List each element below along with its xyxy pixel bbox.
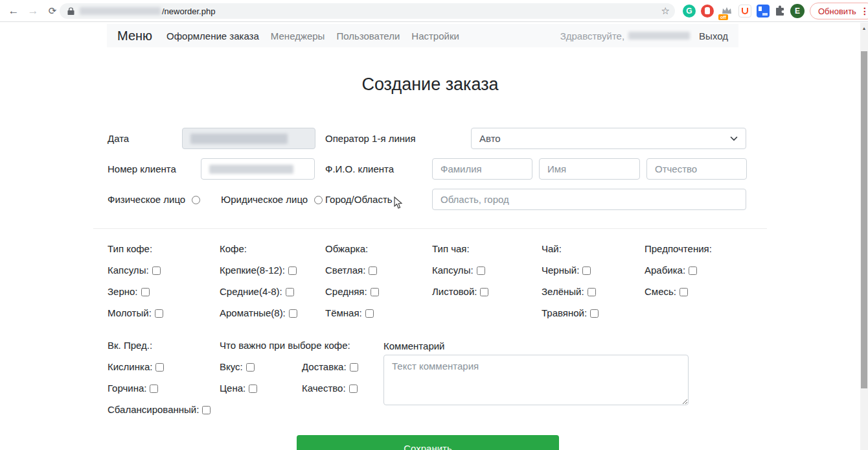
back-button[interactable]: ← (5, 0, 22, 22)
column-header: Чай: (542, 243, 599, 256)
logout-link[interactable]: Выход (699, 30, 728, 41)
preferences-column: Предпочтения: Арабика: Смесь: (645, 243, 712, 307)
kebab-menu-icon[interactable]: ⋮ (860, 6, 868, 16)
page-title: Создание заказа (0, 75, 860, 95)
chrome-update-button[interactable]: Обновить ⋮ (810, 3, 868, 19)
client-number-input[interactable] (201, 158, 315, 180)
column-header: Кофе: (220, 243, 297, 256)
arabica-checkbox[interactable] (689, 266, 697, 275)
section-divider (93, 228, 767, 229)
checkbox-item: Тёмная: (325, 307, 379, 320)
bookmark-star-icon[interactable]: ☆ (661, 3, 670, 19)
nav-item-managers[interactable]: Менеджеры (271, 30, 325, 41)
page-scrollbar[interactable]: ▲ (860, 23, 868, 450)
aromatic-coffee-checkbox[interactable] (289, 309, 297, 318)
comment-label: Комментарий (383, 340, 444, 353)
checkbox-item: Цена: (220, 383, 257, 396)
checkbox-item: Сбалансированный: (108, 404, 211, 417)
page-content: Меню Оформление заказа Менеджеры Пользов… (0, 23, 860, 450)
checkbox-item: Доставка: (302, 361, 358, 374)
grammarly-extension-icon[interactable]: G (683, 5, 696, 18)
comment-textarea[interactable] (383, 355, 689, 405)
strong-coffee-checkbox[interactable] (288, 266, 297, 275)
beans-checkbox[interactable] (141, 288, 150, 296)
profile-avatar[interactable]: E (790, 4, 805, 18)
nav-item-settings[interactable]: Настройки (411, 30, 459, 41)
tea-type-column: Тип чая: Капсулы: Листовой: (432, 243, 488, 307)
firstname-input[interactable] (539, 158, 640, 180)
username-blurred (628, 32, 690, 40)
quality-checkbox[interactable] (349, 385, 358, 393)
url-domain-blurred (80, 7, 161, 15)
client-number-value-blurred (209, 165, 293, 174)
scrollbar-thumb[interactable] (861, 51, 867, 388)
checkbox-item: Кислинка: (108, 361, 211, 374)
save-button[interactable]: Сохранить (297, 435, 559, 450)
fio-label: Ф.И.О. клиента (325, 158, 394, 180)
acidity-checkbox[interactable] (155, 363, 164, 372)
forward-button[interactable]: → (25, 0, 41, 22)
delivery-checkbox[interactable] (350, 363, 358, 372)
checkbox-item: Ароматные(8): (220, 307, 297, 320)
dark-roast-checkbox[interactable] (365, 309, 374, 318)
herbal-tea-checkbox[interactable] (590, 309, 599, 318)
browser-toolbar: ← → ⟳ /neworder.php ☆ G off E Обновить ⋮ (0, 0, 868, 22)
url-path: /neworder.php (162, 6, 215, 16)
checkbox-item: Средняя: (325, 286, 379, 299)
checkbox-item: Травяной: (542, 307, 599, 320)
light-roast-checkbox[interactable] (369, 266, 377, 275)
update-label: Обновить (818, 6, 856, 16)
checkbox-item: Смесь: (645, 286, 712, 299)
medium-coffee-checkbox[interactable] (286, 288, 294, 296)
honey-crown-extension-icon[interactable]: off (720, 5, 733, 18)
individual-radio-group: Физическое лицо (108, 189, 200, 210)
operator-select[interactable]: Авто (471, 128, 746, 149)
column-header: Тип кофе: (108, 243, 163, 256)
green-tea-checkbox[interactable] (588, 288, 596, 296)
medium-roast-checkbox[interactable] (371, 288, 379, 296)
extensions-puzzle-icon[interactable] (773, 5, 786, 18)
operator-label: Оператор 1-я линия (325, 128, 416, 149)
checkbox-item: Арабика: (645, 265, 712, 278)
column-header: Обжарка: (325, 243, 379, 256)
date-input[interactable] (182, 128, 315, 149)
legal-radio-group: Юридическое лицо (221, 189, 323, 210)
checkbox-item: Средние(4-8): (220, 286, 297, 299)
city-input[interactable] (432, 189, 746, 210)
bitterness-checkbox[interactable] (150, 385, 158, 393)
nav-item-users[interactable]: Пользователи (336, 30, 400, 41)
capsules-tea-checkbox[interactable] (477, 266, 485, 275)
surname-input[interactable] (432, 158, 532, 180)
scrollbar-up-arrow[interactable]: ▲ (860, 25, 868, 32)
navbar-brand[interactable]: Меню (117, 29, 152, 43)
city-label: Город/Область (325, 189, 393, 210)
coffee-strength-column: Кофе: Крепкие(8-12): Средние(4-8): Арома… (220, 243, 297, 329)
date-label: Дата (108, 128, 129, 149)
lock-icon[interactable] (67, 7, 74, 16)
patronymic-input[interactable] (646, 158, 747, 180)
legal-radio[interactable] (314, 196, 323, 204)
ground-checkbox[interactable] (155, 309, 163, 318)
leaf-tea-checkbox[interactable] (480, 288, 488, 296)
red-square-extension-icon[interactable] (738, 5, 751, 18)
balanced-checkbox[interactable] (202, 406, 211, 414)
checkbox-item: Светлая: (325, 265, 379, 278)
checkbox-item: Вкус: (220, 361, 257, 374)
black-tea-checkbox[interactable] (582, 266, 591, 275)
date-value-blurred (190, 134, 288, 144)
individual-radio[interactable] (192, 196, 200, 204)
nav-item-order[interactable]: Оформление заказа (166, 30, 259, 41)
address-bar[interactable]: /neworder.php ☆ (60, 3, 675, 19)
taste-checkbox[interactable] (246, 363, 255, 372)
greeting-text: Здравствуйте, (560, 30, 624, 41)
checkbox-item: Зерно: (108, 286, 163, 299)
importance-col2: Доставка: Качество: (302, 361, 358, 404)
adblock-hand-extension-icon[interactable] (701, 5, 714, 18)
checkbox-item: Молотый: (108, 307, 163, 320)
capsules-coffee-checkbox[interactable] (152, 266, 161, 275)
price-checkbox[interactable] (249, 385, 257, 393)
reload-button[interactable]: ⟳ (44, 0, 61, 22)
checkbox-item: Черный: (542, 265, 599, 278)
blue-square-extension-icon[interactable] (757, 5, 770, 18)
blend-checkbox[interactable] (680, 288, 688, 296)
